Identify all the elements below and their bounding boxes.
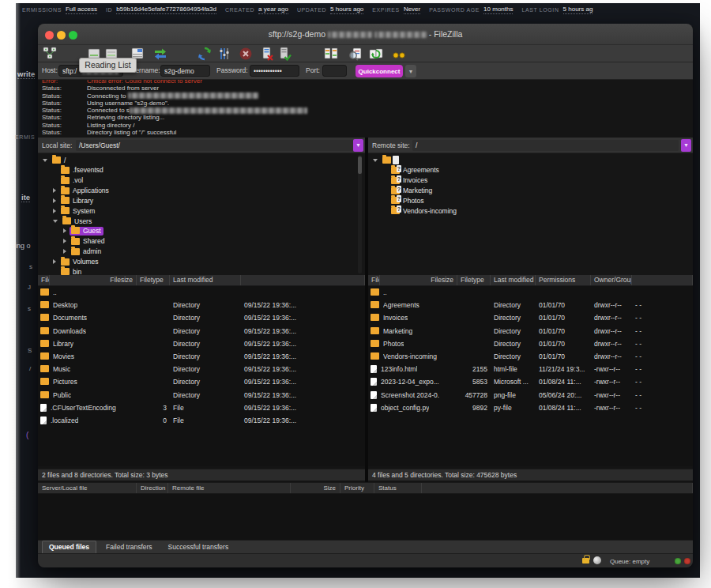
file-row[interactable]: PhotosDirectory01/01/70drwxr--r--- -: [368, 337, 693, 350]
status-circle-icon[interactable]: [593, 556, 601, 564]
queue-column-header[interactable]: Status: [374, 483, 422, 493]
message-log[interactable]: Error:Critical error: Could not connect …: [38, 80, 693, 138]
column-header[interactable]: Filename∧: [368, 275, 380, 285]
file-row[interactable]: object_config.py9892py-file01/08/24 11:.…: [368, 401, 693, 414]
search-files-icon[interactable]: [392, 47, 406, 61]
tree-item[interactable]: [373, 155, 399, 165]
file-row[interactable]: LibraryDirectory09/15/22 19:36:...: [38, 337, 365, 350]
port-input[interactable]: [322, 65, 347, 77]
synchronized-browsing-icon[interactable]: [369, 47, 383, 61]
file-row[interactable]: Vendors-incomingDirectory01/01/70drwxr--…: [368, 350, 693, 363]
tab-failed-transfers[interactable]: Failed transfers: [100, 541, 159, 553]
tree-expander-icon[interactable]: [53, 198, 56, 203]
tree-item[interactable]: Volumes: [53, 257, 99, 267]
username-input[interactable]: [160, 65, 210, 77]
pane-divider[interactable]: [365, 138, 368, 501]
queue-column-header[interactable]: Priority: [340, 483, 374, 493]
account-item-value[interactable]: 5 hours ago: [330, 6, 363, 14]
queue-column-header[interactable]: Remote file: [168, 483, 291, 493]
tree-item[interactable]: Vendors-incoming: [383, 205, 457, 216]
tree-item[interactable]: Guest: [63, 226, 103, 236]
local-file-list[interactable]: Filename∧FilesizeFiletypeLast modified..…: [38, 275, 365, 466]
lock-icon[interactable]: [582, 558, 589, 564]
account-item-value[interactable]: 5 hours ag: [563, 6, 593, 14]
tree-expander-icon[interactable]: [53, 209, 56, 213]
file-row[interactable]: DownloadsDirectory09/15/22 19:36:...: [38, 325, 365, 337]
local-directory-tree[interactable]: /.fseventsd.volApplicationsLibrarySystem…: [38, 153, 365, 275]
password-input[interactable]: [250, 65, 299, 77]
account-item-value[interactable]: b59b16d4e5efafe77278694954fa3d: [116, 6, 216, 14]
disconnect-icon[interactable]: [260, 47, 274, 61]
tree-expander-icon[interactable]: [63, 249, 66, 254]
column-header[interactable]: Filetype: [137, 275, 170, 285]
column-header[interactable]: Last modified: [491, 275, 536, 285]
file-row[interactable]: InvoicesDirectory01/01/70drwxr--r--- -: [368, 311, 693, 324]
tree-expander-icon[interactable]: [53, 259, 56, 264]
tree-expander-icon[interactable]: [53, 220, 58, 223]
tree-scrollbar-thumb[interactable]: [358, 156, 362, 174]
tree-item[interactable]: Applications: [53, 186, 109, 196]
tree-expander-icon[interactable]: [63, 239, 66, 243]
column-header[interactable]: Filesize: [380, 275, 457, 285]
column-header[interactable]: Last modified: [170, 275, 241, 285]
tree-item[interactable]: Photos: [383, 195, 423, 205]
column-header[interactable]: Filetype: [457, 275, 491, 285]
column-header[interactable]: Filesize: [50, 275, 137, 285]
file-row[interactable]: AgreementsDirectory01/01/70drwxr--r--- -: [368, 299, 693, 311]
tree-expander-icon[interactable]: [43, 159, 47, 162]
site-manager-icon[interactable]: [43, 47, 57, 61]
tree-item[interactable]: bin: [53, 266, 81, 275]
tab-queued-files[interactable]: Queued files: [42, 541, 96, 553]
transfer-queue-icon[interactable]: [153, 47, 167, 61]
file-row[interactable]: Screenshot 2024-0.457728png-file05/06/24…: [368, 389, 693, 401]
remote-file-list[interactable]: Filename∧FilesizeFiletypeLast modifiedPe…: [368, 275, 693, 466]
tree-item[interactable]: .vol: [53, 175, 83, 186]
file-row[interactable]: MoviesDirectory09/15/22 19:36:...: [38, 350, 365, 363]
file-row[interactable]: ..: [38, 286, 365, 299]
tree-item[interactable]: Users: [53, 216, 92, 226]
local-site-path[interactable]: /Users/Guest/: [76, 140, 354, 151]
quickconnect-dropdown[interactable]: ▼: [405, 65, 416, 77]
account-item-value[interactable]: 10 months: [483, 6, 513, 14]
tree-item[interactable]: Agreements: [383, 165, 439, 175]
compare-directories-icon[interactable]: [324, 47, 338, 61]
tree-expander-icon[interactable]: [373, 159, 378, 162]
column-header[interactable]: Filename∧: [38, 275, 50, 285]
file-row[interactable]: MusicDirectory09/15/22 19:36:...: [38, 363, 365, 375]
local-site-dropdown[interactable]: ▼: [353, 139, 363, 152]
file-row[interactable]: MarketingDirectory01/01/70drwxr--r--- -: [368, 325, 693, 337]
queue-column-header[interactable]: Server/Local file: [38, 483, 137, 493]
file-row[interactable]: ..: [368, 286, 693, 299]
filter-icon[interactable]: [217, 47, 231, 61]
queue-column-header[interactable]: Size: [291, 483, 340, 493]
refresh-icon[interactable]: [198, 47, 212, 61]
tab-successful-transfers[interactable]: Successful transfers: [162, 541, 235, 553]
remote-directory-tree[interactable]: AgreementsInvoicesMarketingPhotosVendors…: [368, 153, 693, 275]
account-item-value[interactable]: a year ago: [258, 6, 288, 14]
reconnect-icon[interactable]: [277, 47, 292, 61]
file-row[interactable]: PublicDirectory09/15/22 19:36:...: [38, 389, 365, 401]
tree-scrollbar[interactable]: [358, 155, 362, 273]
remote-site-path[interactable]: /: [412, 140, 679, 151]
transfer-queue-body[interactable]: [38, 494, 693, 540]
queue-column-header[interactable]: Direction: [137, 483, 168, 493]
tree-item[interactable]: admin: [63, 247, 101, 257]
remote-site-dropdown[interactable]: ▼: [681, 139, 691, 152]
file-row[interactable]: .CFUserTextEncoding3File09/15/22 19:36:.…: [38, 401, 365, 414]
file-row[interactable]: 123info.html2155html-file11/21/24 19:3..…: [368, 363, 693, 375]
cancel-icon[interactable]: [239, 47, 253, 61]
tree-item[interactable]: Shared: [63, 236, 104, 247]
file-row[interactable]: DesktopDirectory09/15/22 19:36:...: [38, 299, 365, 311]
tree-item[interactable]: Marketing: [383, 186, 432, 196]
column-header[interactable]: Permissions: [536, 275, 591, 285]
account-item-value[interactable]: Never: [404, 6, 420, 14]
title-bar[interactable]: sftp://s2g-demo - FileZilla: [38, 24, 693, 45]
file-row[interactable]: 2023-12-04_expo...5853Microsoft ...01/08…: [368, 375, 693, 388]
file-row[interactable]: .localized0File09/15/22 19:36:...: [38, 414, 365, 427]
find-files-icon[interactable]: [348, 47, 363, 61]
file-row[interactable]: PicturesDirectory09/15/22 19:36:...: [38, 375, 365, 388]
tree-expander-icon[interactable]: [63, 228, 66, 233]
tree-item[interactable]: Library: [53, 195, 93, 205]
quickconnect-button[interactable]: Quickconnect: [356, 65, 403, 77]
tree-expander-icon[interactable]: [53, 188, 56, 193]
